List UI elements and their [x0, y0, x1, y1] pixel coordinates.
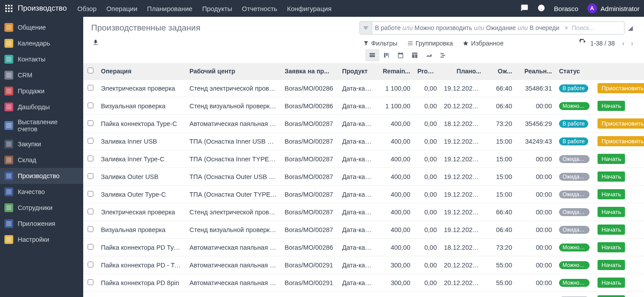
- top-menu-item[interactable]: Конфигурация: [287, 5, 332, 12]
- row-checkbox[interactable]: [88, 226, 93, 232]
- column-header[interactable]: Produ...: [414, 63, 440, 80]
- sidebar-item[interactable]: Контакты: [0, 51, 83, 67]
- table-row[interactable]: Визуальная проверкаСтенд визуальной пров…: [83, 97, 644, 115]
- sidebar-item[interactable]: Склад: [0, 152, 83, 168]
- sidebar-item[interactable]: Календарь: [0, 35, 83, 51]
- reload-icon[interactable]: [579, 39, 586, 47]
- start-button[interactable]: Начать: [598, 101, 625, 111]
- user-avatar[interactable]: A: [587, 4, 597, 13]
- gantt-view-icon[interactable]: [436, 49, 450, 61]
- pause-button[interactable]: Приостановить: [598, 83, 644, 93]
- column-header[interactable]: Рабочий центр: [186, 63, 281, 80]
- start-button[interactable]: Начать: [598, 207, 625, 217]
- start-button[interactable]: Начать: [598, 260, 625, 270]
- table-row[interactable]: Пайка коннектора PD 8pinАвтоматическая п…: [83, 274, 644, 292]
- sidebar-item[interactable]: Качество: [0, 184, 83, 200]
- row-checkbox[interactable]: [88, 173, 93, 179]
- sidebar-item[interactable]: Настройки: [0, 232, 83, 248]
- kanban-view-icon[interactable]: [379, 49, 393, 61]
- clear-facet-icon[interactable]: ×: [565, 24, 568, 31]
- groupby-button[interactable]: Группировка: [407, 40, 453, 47]
- main-content: Производственные задания В работе или Мо…: [83, 17, 644, 297]
- pause-button[interactable]: Приостановить: [598, 118, 644, 129]
- pager-prev-icon[interactable]: ‹: [619, 40, 627, 47]
- row-checkbox[interactable]: [88, 244, 93, 250]
- search-input[interactable]: [568, 24, 624, 31]
- search-filter-icon[interactable]: [360, 22, 372, 34]
- pause-button[interactable]: Приостановить: [598, 136, 644, 146]
- list-view-icon[interactable]: [365, 49, 379, 61]
- start-button[interactable]: Начать: [598, 225, 625, 235]
- sidebar-item[interactable]: Производство: [0, 168, 83, 184]
- select-all-checkbox[interactable]: [88, 68, 93, 73]
- sidebar-item[interactable]: Продажи: [0, 83, 83, 99]
- table-row[interactable]: Заливка Outer Type-CТПА (Оснастка Outer …: [83, 186, 644, 203]
- top-menu-item[interactable]: Продукты: [202, 5, 232, 12]
- table-row[interactable]: Заливка Outer USBТПА (Оснастка Outer USB…: [83, 168, 644, 186]
- sidebar-item[interactable]: Общение: [0, 19, 83, 35]
- column-header[interactable]: Remain...: [378, 63, 414, 80]
- column-header[interactable]: [593, 63, 644, 80]
- sidebar-item[interactable]: Сотрудники: [0, 200, 83, 216]
- sidebar-item[interactable]: Дашборды: [0, 99, 83, 115]
- calendar-view-icon[interactable]: [393, 49, 408, 61]
- table-row[interactable]: Визуальная проверкаСтенд визуальной пров…: [83, 221, 644, 239]
- svg-rect-0: [5, 5, 7, 7]
- row-checkbox[interactable]: [88, 103, 93, 108]
- row-checkbox[interactable]: [88, 138, 93, 144]
- download-icon[interactable]: [91, 39, 99, 47]
- graph-view-icon[interactable]: [422, 49, 436, 61]
- sidebar-item[interactable]: Приложения: [0, 216, 83, 232]
- top-menu-item[interactable]: Планирование: [147, 5, 192, 12]
- table-row[interactable]: Пайка коннектора PD Type-CАвтоматическая…: [83, 239, 644, 256]
- table-row[interactable]: Заливка Inner Type-CТПА (Оснастка Inner …: [83, 150, 644, 168]
- row-checkbox[interactable]: [88, 120, 93, 126]
- row-checkbox[interactable]: [88, 156, 93, 161]
- sidebar-item-label: Календарь: [18, 40, 50, 47]
- app-title[interactable]: Производство: [18, 4, 67, 13]
- sidebar-item[interactable]: Выставление счетов: [0, 115, 83, 136]
- sidebar-item[interactable]: CRM: [0, 67, 83, 83]
- search-box[interactable]: В работе или Можно производить или Ожида…: [359, 21, 625, 34]
- table-row[interactable]: Электрическая проверкаСтенд электрическо…: [83, 203, 644, 221]
- start-button[interactable]: Начать: [598, 171, 625, 182]
- pivot-view-icon[interactable]: [408, 49, 422, 61]
- column-header[interactable]: Плано...: [440, 63, 485, 80]
- column-header[interactable]: Операция: [97, 63, 186, 80]
- start-button[interactable]: Начать: [598, 278, 625, 288]
- start-button[interactable]: Начать: [598, 189, 625, 199]
- table-row[interactable]: Электрическая проверкаСтенд электрическо…: [83, 80, 644, 97]
- cell-real: 00:00: [516, 97, 555, 115]
- table-row[interactable]: Заливка Inner Type-CТПА (Оснастка Inner …: [83, 292, 644, 297]
- row-checkbox[interactable]: [88, 209, 93, 214]
- start-button[interactable]: Начать: [598, 242, 625, 252]
- activity-icon[interactable]: [537, 4, 545, 13]
- row-checkbox[interactable]: [88, 191, 93, 197]
- top-menu-item[interactable]: Обзор: [77, 5, 96, 12]
- table-row[interactable]: Пайка коннектора PD - Type-CАвтоматическ…: [83, 256, 644, 274]
- sidebar-item[interactable]: Закупки: [0, 136, 83, 152]
- favorites-button[interactable]: Избранное: [463, 40, 503, 47]
- pager-next-icon[interactable]: ›: [628, 40, 636, 47]
- column-header[interactable]: Ож...: [485, 63, 516, 80]
- pager-text[interactable]: 1-38 / 38: [590, 40, 615, 47]
- column-header[interactable]: Продукт: [339, 63, 378, 80]
- row-checkbox[interactable]: [88, 279, 93, 285]
- table-row[interactable]: Пайка коннектора Type-CАвтоматическая па…: [83, 115, 644, 133]
- column-header[interactable]: Заявка на пр...: [281, 63, 339, 80]
- column-header[interactable]: Статус: [555, 63, 593, 80]
- start-button[interactable]: Начать: [598, 295, 625, 297]
- company-switcher[interactable]: Borasco: [554, 5, 578, 12]
- username[interactable]: Administrator: [601, 5, 640, 12]
- messaging-icon[interactable]: [521, 4, 528, 13]
- search-expand-icon[interactable]: ◢: [628, 24, 636, 31]
- start-button[interactable]: Начать: [598, 154, 625, 164]
- filters-button[interactable]: Фильтры: [363, 40, 397, 47]
- top-menu-item[interactable]: Отчетность: [242, 5, 278, 12]
- table-row[interactable]: Заливка Inner USBТПА (Оснастка Inner USB…: [83, 133, 644, 150]
- row-checkbox[interactable]: [88, 262, 93, 267]
- column-header[interactable]: Реальн...: [516, 63, 555, 80]
- top-menu-item[interactable]: Операции: [106, 5, 137, 12]
- apps-menu-icon[interactable]: [4, 4, 13, 13]
- row-checkbox[interactable]: [88, 85, 93, 91]
